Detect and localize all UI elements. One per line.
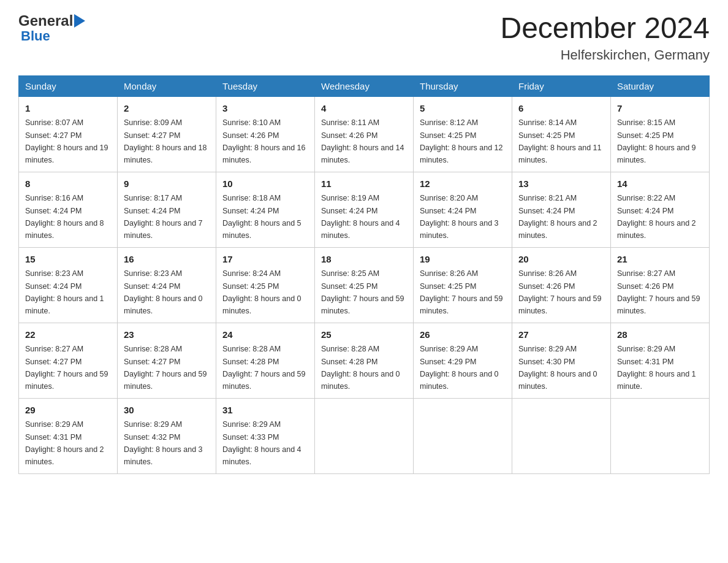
- day-info: Sunrise: 8:12 AMSunset: 4:25 PMDaylight:…: [420, 118, 503, 164]
- col-sunday: Sunday: [19, 75, 118, 96]
- day-info: Sunrise: 8:11 AMSunset: 4:26 PMDaylight:…: [321, 118, 404, 164]
- day-number: 18: [321, 253, 407, 267]
- day-number: 27: [518, 328, 604, 342]
- table-row: [611, 398, 710, 473]
- day-info: Sunrise: 8:20 AMSunset: 4:24 PMDaylight:…: [420, 194, 499, 240]
- day-info: Sunrise: 8:21 AMSunset: 4:24 PMDaylight:…: [518, 194, 597, 240]
- day-number: 24: [222, 328, 308, 342]
- header-row: Sunday Monday Tuesday Wednesday Thursday…: [19, 75, 710, 96]
- day-info: Sunrise: 8:28 AMSunset: 4:28 PMDaylight:…: [321, 345, 400, 391]
- day-number: 14: [617, 177, 703, 191]
- day-info: Sunrise: 8:29 AMSunset: 4:33 PMDaylight:…: [222, 420, 301, 466]
- table-row: 3 Sunrise: 8:10 AMSunset: 4:26 PMDayligh…: [216, 96, 315, 172]
- day-info: Sunrise: 8:19 AMSunset: 4:24 PMDaylight:…: [321, 194, 400, 240]
- day-info: Sunrise: 8:17 AMSunset: 4:24 PMDaylight:…: [124, 194, 203, 240]
- day-number: 26: [420, 328, 506, 342]
- table-row: 9 Sunrise: 8:17 AMSunset: 4:24 PMDayligh…: [118, 172, 216, 247]
- day-number: 21: [617, 253, 703, 267]
- day-number: 29: [25, 404, 111, 418]
- day-info: Sunrise: 8:16 AMSunset: 4:24 PMDaylight:…: [25, 194, 104, 240]
- day-number: 10: [222, 177, 308, 191]
- day-info: Sunrise: 8:28 AMSunset: 4:28 PMDaylight:…: [222, 345, 306, 391]
- day-info: Sunrise: 8:27 AMSunset: 4:26 PMDaylight:…: [617, 269, 700, 315]
- day-number: 30: [124, 404, 210, 418]
- table-row: 13 Sunrise: 8:21 AMSunset: 4:24 PMDaylig…: [512, 172, 611, 247]
- location-title: Helferskirchen, Germany: [500, 47, 710, 63]
- day-info: Sunrise: 8:26 AMSunset: 4:26 PMDaylight:…: [518, 269, 602, 315]
- day-info: Sunrise: 8:07 AMSunset: 4:27 PMDaylight:…: [25, 118, 108, 164]
- day-info: Sunrise: 8:27 AMSunset: 4:27 PMDaylight:…: [25, 345, 108, 391]
- logo: General Blue: [18, 12, 85, 43]
- calendar-week-4: 22 Sunrise: 8:27 AMSunset: 4:27 PMDaylig…: [19, 323, 710, 398]
- title-block: December 2024 Helferskirchen, Germany: [500, 12, 710, 63]
- calendar-week-1: 1 Sunrise: 8:07 AMSunset: 4:27 PMDayligh…: [19, 96, 710, 172]
- day-number: 16: [124, 253, 210, 267]
- day-number: 31: [222, 404, 308, 418]
- table-row: 19 Sunrise: 8:26 AMSunset: 4:25 PMDaylig…: [414, 247, 512, 323]
- calendar-table: Sunday Monday Tuesday Wednesday Thursday…: [18, 75, 710, 474]
- day-number: 4: [321, 102, 407, 116]
- day-number: 25: [321, 328, 407, 342]
- day-number: 2: [124, 102, 210, 116]
- table-row: 27 Sunrise: 8:29 AMSunset: 4:30 PMDaylig…: [512, 323, 611, 398]
- day-info: Sunrise: 8:22 AMSunset: 4:24 PMDaylight:…: [617, 194, 696, 240]
- day-number: 8: [25, 177, 111, 191]
- table-row: 8 Sunrise: 8:16 AMSunset: 4:24 PMDayligh…: [19, 172, 118, 247]
- day-info: Sunrise: 8:24 AMSunset: 4:25 PMDaylight:…: [222, 269, 301, 315]
- month-title: December 2024: [500, 12, 710, 45]
- table-row: 31 Sunrise: 8:29 AMSunset: 4:33 PMDaylig…: [216, 398, 315, 473]
- table-row: 4 Sunrise: 8:11 AMSunset: 4:26 PMDayligh…: [315, 96, 414, 172]
- day-info: Sunrise: 8:25 AMSunset: 4:25 PMDaylight:…: [321, 269, 404, 315]
- table-row: 21 Sunrise: 8:27 AMSunset: 4:26 PMDaylig…: [611, 247, 710, 323]
- day-info: Sunrise: 8:18 AMSunset: 4:24 PMDaylight:…: [222, 194, 301, 240]
- day-info: Sunrise: 8:29 AMSunset: 4:31 PMDaylight:…: [617, 345, 696, 391]
- day-info: Sunrise: 8:29 AMSunset: 4:31 PMDaylight:…: [25, 420, 104, 466]
- table-row: 17 Sunrise: 8:24 AMSunset: 4:25 PMDaylig…: [216, 247, 315, 323]
- page-header: General Blue December 2024 Helferskirche…: [18, 12, 710, 63]
- day-info: Sunrise: 8:14 AMSunset: 4:25 PMDaylight:…: [518, 118, 602, 164]
- day-number: 1: [25, 102, 111, 116]
- table-row: [315, 398, 414, 473]
- table-row: 23 Sunrise: 8:28 AMSunset: 4:27 PMDaylig…: [118, 323, 216, 398]
- table-row: 7 Sunrise: 8:15 AMSunset: 4:25 PMDayligh…: [611, 96, 710, 172]
- day-info: Sunrise: 8:23 AMSunset: 4:24 PMDaylight:…: [124, 269, 203, 315]
- table-row: 26 Sunrise: 8:29 AMSunset: 4:29 PMDaylig…: [414, 323, 512, 398]
- col-tuesday: Tuesday: [216, 75, 315, 96]
- table-row: 1 Sunrise: 8:07 AMSunset: 4:27 PMDayligh…: [19, 96, 118, 172]
- table-row: 22 Sunrise: 8:27 AMSunset: 4:27 PMDaylig…: [19, 323, 118, 398]
- day-info: Sunrise: 8:09 AMSunset: 4:27 PMDaylight:…: [124, 118, 207, 164]
- day-info: Sunrise: 8:28 AMSunset: 4:27 PMDaylight:…: [124, 345, 207, 391]
- col-friday: Friday: [512, 75, 611, 96]
- table-row: 25 Sunrise: 8:28 AMSunset: 4:28 PMDaylig…: [315, 323, 414, 398]
- table-row: 14 Sunrise: 8:22 AMSunset: 4:24 PMDaylig…: [611, 172, 710, 247]
- day-info: Sunrise: 8:29 AMSunset: 4:29 PMDaylight:…: [420, 345, 499, 391]
- calendar-week-5: 29 Sunrise: 8:29 AMSunset: 4:31 PMDaylig…: [19, 398, 710, 473]
- day-number: 5: [420, 102, 506, 116]
- day-number: 9: [124, 177, 210, 191]
- day-number: 7: [617, 102, 703, 116]
- calendar-week-2: 8 Sunrise: 8:16 AMSunset: 4:24 PMDayligh…: [19, 172, 710, 247]
- table-row: 24 Sunrise: 8:28 AMSunset: 4:28 PMDaylig…: [216, 323, 315, 398]
- day-number: 3: [222, 102, 308, 116]
- day-info: Sunrise: 8:23 AMSunset: 4:24 PMDaylight:…: [25, 269, 104, 315]
- day-number: 19: [420, 253, 506, 267]
- table-row: 20 Sunrise: 8:26 AMSunset: 4:26 PMDaylig…: [512, 247, 611, 323]
- day-info: Sunrise: 8:15 AMSunset: 4:25 PMDaylight:…: [617, 118, 696, 164]
- table-row: 5 Sunrise: 8:12 AMSunset: 4:25 PMDayligh…: [414, 96, 512, 172]
- col-thursday: Thursday: [414, 75, 512, 96]
- day-info: Sunrise: 8:26 AMSunset: 4:25 PMDaylight:…: [420, 269, 503, 315]
- day-info: Sunrise: 8:29 AMSunset: 4:30 PMDaylight:…: [518, 345, 597, 391]
- table-row: 16 Sunrise: 8:23 AMSunset: 4:24 PMDaylig…: [118, 247, 216, 323]
- table-row: 15 Sunrise: 8:23 AMSunset: 4:24 PMDaylig…: [19, 247, 118, 323]
- day-number: 11: [321, 177, 407, 191]
- col-wednesday: Wednesday: [315, 75, 414, 96]
- day-number: 13: [518, 177, 604, 191]
- day-number: 28: [617, 328, 703, 342]
- day-number: 17: [222, 253, 308, 267]
- day-number: 20: [518, 253, 604, 267]
- day-number: 23: [124, 328, 210, 342]
- day-info: Sunrise: 8:10 AMSunset: 4:26 PMDaylight:…: [222, 118, 306, 164]
- col-monday: Monday: [118, 75, 216, 96]
- table-row: 12 Sunrise: 8:20 AMSunset: 4:24 PMDaylig…: [414, 172, 512, 247]
- day-info: Sunrise: 8:29 AMSunset: 4:32 PMDaylight:…: [124, 420, 203, 466]
